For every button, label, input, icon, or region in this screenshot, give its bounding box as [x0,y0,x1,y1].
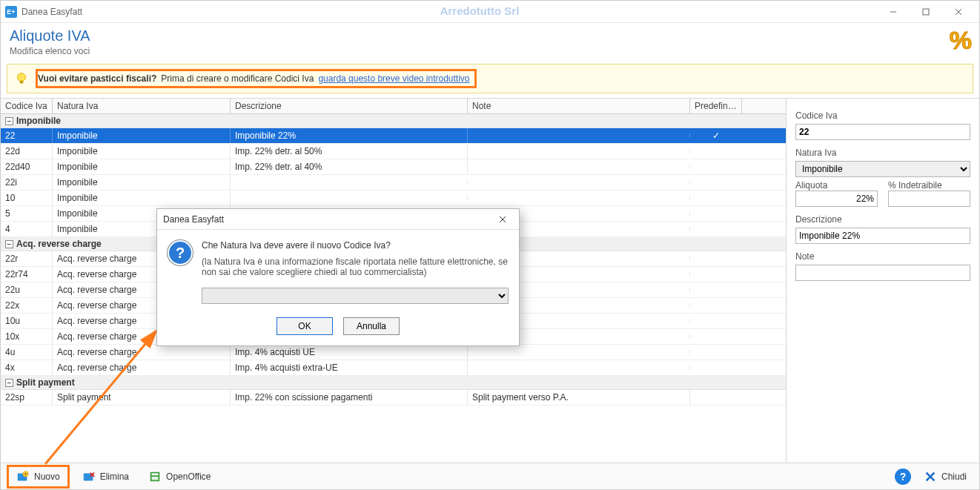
label-aliquota: Aliquota [795,180,827,191]
cell-codice: 10 [1,191,53,205]
cell-natura: Imponibile [53,175,231,190]
table-row[interactable]: 4uAcq. reverse chargeImp. 4% acquisti UE [1,345,786,360]
dialog-titlebar: Danea Easyfatt [157,209,519,230]
nuovo-icon [16,470,30,483]
group-label: Split payment [16,377,75,388]
window-controls [877,1,975,22]
cell-natura: Imponibile [53,144,231,159]
page-header: Aliquote IVA Modifica elenco voci % [1,23,979,62]
label-codice: Codice Iva [795,110,970,121]
maximize-button[interactable] [910,1,942,22]
table-row[interactable]: 4xAcq. reverse chargeImp. 4% acquisti ex… [1,360,786,376]
help-button[interactable]: ? [895,469,911,485]
col-header-descrizione[interactable]: Descrizione [231,99,468,113]
minimize-button[interactable] [877,1,910,22]
collapse-icon: − [5,240,13,248]
cell-predefinito [690,334,742,339]
select-natura[interactable]: Imponibile [795,161,970,177]
nuovo-button[interactable]: Nuovo [7,465,70,489]
cell-predefinito [690,272,742,277]
cell-predefinito [690,149,742,153]
cell-predefinito [690,165,742,169]
cell-descrizione [231,196,468,200]
dialog-ok-button[interactable]: OK [277,317,333,335]
elimina-icon [82,470,96,483]
cell-predefinito [690,180,742,185]
cell-note [468,149,690,153]
dialog-close-button[interactable] [492,212,513,227]
bottom-toolbar: Nuovo Elimina OpenOffice ? [1,463,979,489]
close-window-button[interactable] [942,1,975,22]
svg-rect-12 [152,473,159,475]
cell-codice: 22 [1,128,53,143]
cell-note [468,180,690,185]
cell-note [468,350,690,354]
titlebar-app-name: Danea Easyfatt [21,7,82,17]
cell-descrizione: Imp. 4% acquisti UE [231,345,468,360]
page-title: Aliquote IVA [10,27,90,44]
cell-natura: Acq. reverse charge [53,345,231,360]
dialog-natura-select[interactable] [202,288,509,304]
cell-codice: 22r [1,251,53,266]
label-note: Note [795,251,970,262]
cell-codice: 22sp [1,390,53,405]
table-row[interactable]: 22iImponibile [1,175,786,191]
table-row[interactable]: 10Imponibile [1,191,786,206]
table-row[interactable]: 22dImponibileImp. 22% detr. al 50% [1,144,786,159]
cell-codice: 22u [1,282,53,297]
dialog-title: Danea Easyfatt [163,214,492,225]
cell-predefinito [690,319,742,323]
titlebar: E+ Danea Easyfatt Arredotutto Srl [1,1,979,23]
titlebar-company-name: Arredotutto Srl [82,4,877,17]
check-icon: ✓ [712,130,720,141]
chiudi-button[interactable]: Chiudi [917,467,973,486]
chiudi-label: Chiudi [941,471,967,482]
close-icon [499,216,506,223]
cell-codice: 4x [1,360,53,375]
input-aliquota[interactable] [795,191,878,207]
dialog-buttons: OK Annulla [157,311,519,345]
col-header-note[interactable]: Note [468,99,690,113]
cell-natura: Imponibile [53,159,231,174]
minimize-icon [890,8,897,16]
input-indetraibile[interactable] [888,191,970,207]
label-descrizione: Descrizione [795,214,970,225]
tip-text: Prima di creare o modificare Codici Iva [161,73,314,84]
svg-rect-13 [152,477,159,480]
table-row[interactable]: 22d40ImponibileImp. 22% detr. al 40% [1,159,786,175]
col-header-predefinito[interactable]: Predefinito [690,99,742,113]
cell-codice: 5 [1,206,53,221]
input-codice[interactable] [795,124,970,140]
cell-codice: 22i [1,175,53,190]
cell-descrizione [231,180,468,185]
cell-codice: 22r74 [1,267,53,282]
cell-predefinito [690,303,742,308]
openoffice-button[interactable]: OpenOffice [142,467,217,486]
tip-video-link[interactable]: guarda questo breve video introduttivo [318,73,469,84]
nuovo-label: Nuovo [34,471,60,482]
cell-codice: 4u [1,345,53,360]
cell-predefinito [690,211,742,216]
cell-predefinito [690,227,742,231]
group-row[interactable]: −Imponibile [1,114,786,128]
elimina-button[interactable]: Elimina [76,467,136,486]
close-icon [955,8,962,16]
col-header-natura[interactable]: Natura Iva [53,99,231,113]
table-row[interactable]: 22spSplit paymentImp. 22% con scissione … [1,390,786,405]
elimina-label: Elimina [100,471,129,482]
dialog-question: Che Natura Iva deve avere il nuovo Codic… [202,240,509,251]
cell-predefinito [690,395,742,400]
percent-icon: % [950,27,972,53]
cell-codice: 22d [1,144,53,159]
dialog-cancel-button[interactable]: Annulla [343,317,400,335]
table-row[interactable]: 22ImponibileImponibile 22%✓ [1,128,786,144]
group-label: Acq. reverse charge [16,239,102,249]
tip-strong-text: Vuoi evitare pasticci fiscali? [38,73,156,84]
cell-predefinito [690,350,742,354]
cell-codice: 10x [1,329,53,344]
col-header-codice[interactable]: Codice Iva [1,99,53,113]
input-descrizione[interactable] [795,228,970,244]
group-row[interactable]: −Split payment [1,376,786,390]
label-indetraibile: % Indetraibile [888,180,942,191]
input-note[interactable] [795,265,970,281]
